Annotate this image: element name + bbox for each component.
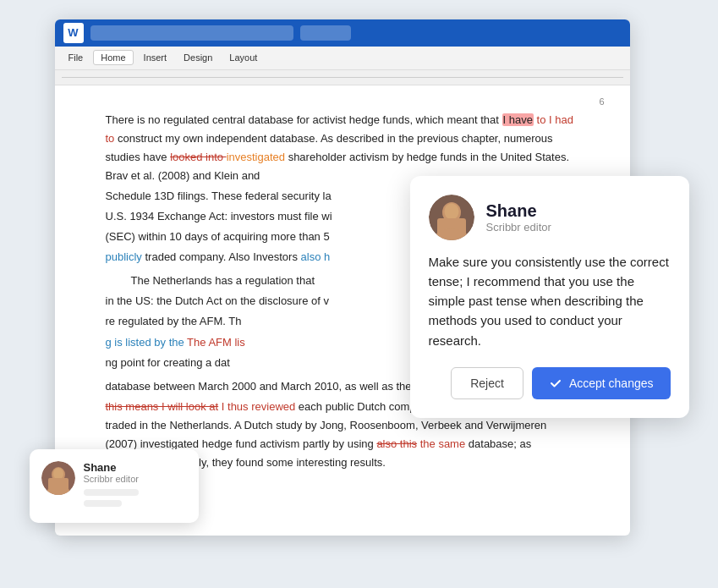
tab-layout[interactable]: Layout [222, 51, 264, 64]
comment-card-text: Make sure you consistently use the corre… [429, 252, 671, 350]
text-publicly: publicly [106, 250, 142, 263]
text-afm-link: The AFM lis [187, 336, 245, 349]
strikethrough-looked: looked into [170, 151, 227, 163]
word-toolbar: File Home Insert Design Layout [55, 47, 630, 70]
paragraph1e: U.S. 1934 Exchange Act: investors must f… [106, 210, 332, 223]
page-number: 6 [599, 94, 604, 110]
title-pill [90, 25, 293, 41]
title-pill2 [300, 25, 351, 41]
tab-insert[interactable]: Insert [137, 51, 174, 64]
text-thus-reviewed-main: I thus reviewed [222, 400, 295, 413]
text-listed: g is listed by the [106, 336, 184, 349]
tab-design[interactable]: Design [177, 51, 219, 64]
svg-rect-4 [48, 478, 69, 490]
checkmark-icon [549, 376, 562, 390]
strikethrough-also-this: also this [376, 437, 417, 450]
paragraph1d: Schedule 13D filings. These federal secu… [106, 190, 332, 202]
svg-point-3 [53, 468, 63, 480]
comment-small-name: Shane [84, 461, 139, 474]
strikethrough-this-means: this means I will look at [106, 400, 219, 413]
accept-label: Accept changes [569, 376, 654, 390]
text-traded: traded company. Also Investors [145, 250, 297, 263]
comment-small-info: Shane Scribbr editor [84, 461, 139, 511]
comment-small-lines [84, 489, 139, 507]
paragraph3: ng point for creating a dat [106, 356, 230, 369]
svg-point-7 [444, 203, 458, 219]
comment-card-header: Shane Scribbr editor [429, 195, 671, 240]
comment-card-identity: Shane Scribbr editor [486, 201, 551, 234]
text-the-same-main: the same [420, 437, 465, 450]
comment-card-role: Scribbr editor [486, 221, 551, 234]
comment-line-1 [84, 489, 139, 496]
highlight-i-have: I have [502, 113, 534, 126]
paragraph1-text: There is no regulated central database f… [106, 113, 499, 126]
text-red-to: to [537, 113, 546, 126]
comment-card-large: Shane Scribbr editor Make sure you consi… [410, 176, 689, 418]
comment-bubble-small: Shane Scribbr editor [30, 449, 199, 523]
comment-card-actions: Reject Accept changes [429, 367, 671, 399]
text-also-h: also h [301, 250, 331, 263]
paragraph2b: in the US: the Dutch Act on the disclosu… [106, 294, 329, 307]
comment-line-2 [84, 500, 123, 507]
avatar-small [41, 461, 75, 495]
paragraph2c: re regulated by the AFM. Th [106, 315, 242, 327]
text-investigated: investigated [227, 151, 285, 163]
paragraph1f: (SEC) within 10 days of acquiring more t… [106, 230, 330, 243]
reject-button[interactable]: Reject [451, 367, 523, 399]
comment-card-name: Shane [486, 201, 551, 221]
accept-changes-button[interactable]: Accept changes [532, 367, 671, 399]
tab-home[interactable]: Home [93, 50, 133, 65]
avatar-large [429, 195, 474, 240]
tab-file[interactable]: File [62, 51, 90, 64]
word-ruler [55, 70, 630, 85]
word-titlebar: W [55, 19, 630, 47]
word-logo: W [63, 23, 84, 43]
comment-small-role: Scribbr editor [84, 474, 139, 484]
